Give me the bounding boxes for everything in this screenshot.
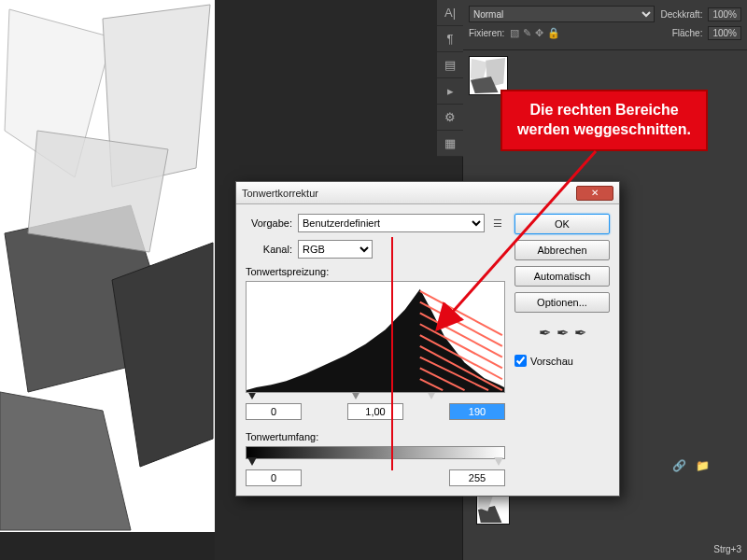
levels-dialog: Tonwertkorrektur ✕ Vorgabe: Benutzerdefi… xyxy=(235,181,620,497)
channel-label: Kanal: xyxy=(246,244,292,255)
lock-brush-icon[interactable]: ✎ xyxy=(523,27,531,39)
histogram[interactable] xyxy=(246,281,505,393)
layer-bottom-icons: 🔗 📁 xyxy=(672,459,710,472)
layers-panel-icon[interactable]: ▤ xyxy=(437,52,463,78)
lock-move-icon[interactable]: ✥ xyxy=(535,27,543,39)
options-button[interactable]: Optionen... xyxy=(514,292,610,313)
fill-value[interactable]: 100% xyxy=(708,26,741,40)
lock-label: Fixieren: xyxy=(469,28,504,38)
lock-all-icon[interactable]: 🔒 xyxy=(547,27,560,39)
blend-mode-select[interactable]: Normal xyxy=(469,6,655,22)
adjustments-panel-icon[interactable]: ▦ xyxy=(437,131,463,157)
out-high-input[interactable] xyxy=(449,469,505,486)
link-icon[interactable]: 🔗 xyxy=(672,459,686,472)
dialog-title: Tonwertkorrektur xyxy=(242,188,576,199)
preview-label: Vorschau xyxy=(530,356,573,367)
eyedropper-row: ✒ ✒ ✒ xyxy=(514,324,610,342)
gray-eyedropper-icon[interactable]: ✒ xyxy=(557,324,569,342)
annotation-line2: werden weggeschnitten. xyxy=(510,120,698,140)
shortcut-text: Strg+3 xyxy=(713,544,741,554)
out-shadow-slider[interactable] xyxy=(247,457,257,466)
svg-marker-6 xyxy=(28,131,168,252)
opacity-label: Deckkraft: xyxy=(660,9,702,20)
ok-button[interactable]: OK xyxy=(514,214,610,234)
folder-icon[interactable]: 📁 xyxy=(696,459,710,472)
annotation-vline xyxy=(391,237,393,470)
cancel-button[interactable]: Abbrechen xyxy=(514,240,610,260)
auto-button[interactable]: Automatisch xyxy=(514,266,610,287)
fill-label: Fläche: xyxy=(672,28,703,38)
dialog-titlebar[interactable]: Tonwertkorrektur ✕ xyxy=(236,182,619,204)
type-panel-icon[interactable]: A| xyxy=(437,0,463,26)
output-levels-label: Tonwertumfang: xyxy=(246,431,505,442)
close-button[interactable]: ✕ xyxy=(576,186,613,201)
highlight-input[interactable] xyxy=(449,403,505,420)
preset-label: Vorgabe: xyxy=(246,217,292,229)
shadow-input[interactable] xyxy=(246,403,302,420)
opacity-value[interactable]: 100% xyxy=(708,7,741,21)
swatches-panel-icon[interactable]: ⚙ xyxy=(437,105,463,131)
paragraph-panel-icon[interactable]: ¶ xyxy=(437,26,463,52)
input-levels-label: Tonwertspreizung: xyxy=(246,266,505,277)
preview-checkbox[interactable] xyxy=(514,355,527,367)
shortcut-strip: Strg+3 xyxy=(713,544,741,554)
channel-select[interactable]: RGB xyxy=(298,240,373,259)
annotation-line1: Die rechten Bereiche xyxy=(510,101,698,120)
white-eyedropper-icon[interactable]: ✒ xyxy=(574,324,586,342)
preview-checkbox-row[interactable]: Vorschau xyxy=(514,355,610,367)
actions-panel-icon[interactable]: ▸ xyxy=(437,78,463,105)
document-canvas[interactable] xyxy=(0,0,215,532)
preset-select[interactable]: Benutzerdefiniert xyxy=(298,214,485,232)
preset-menu-icon[interactable]: ☰ xyxy=(490,216,505,231)
midtone-input[interactable] xyxy=(347,403,403,420)
layer-options: Normal Deckkraft: 100% Fixieren: ▧ ✎ ✥ 🔒… xyxy=(463,0,747,50)
lock-transparency-icon[interactable]: ▧ xyxy=(510,27,519,39)
output-slider-track[interactable] xyxy=(246,457,505,466)
panel-tab-strip: A| ¶ ▤ ▸ ⚙ ▦ xyxy=(437,0,463,157)
lock-icons: ▧ ✎ ✥ 🔒 xyxy=(510,27,560,39)
black-eyedropper-icon[interactable]: ✒ xyxy=(539,324,551,342)
out-low-input[interactable] xyxy=(246,469,302,486)
out-highlight-slider[interactable] xyxy=(494,457,503,466)
annotation-callout: Die rechten Bereiche werden weggeschnitt… xyxy=(500,90,708,151)
